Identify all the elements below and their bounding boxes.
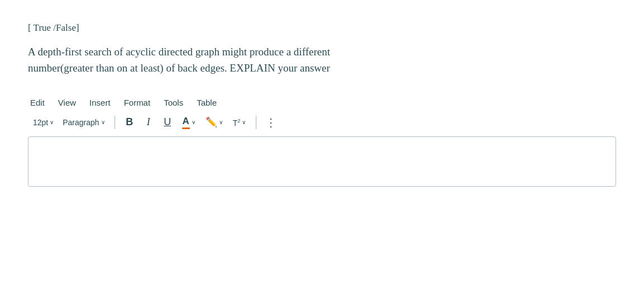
italic-icon: I xyxy=(147,116,150,128)
font-color-icon: A xyxy=(182,116,190,129)
toolbar-divider-2 xyxy=(256,116,256,129)
menu-edit[interactable]: Edit xyxy=(30,97,45,108)
underline-button[interactable]: U xyxy=(160,115,175,130)
font-color-chevron-icon: ∨ xyxy=(192,119,195,125)
question-text-line2: number(greater than on at least) of back… xyxy=(28,62,330,74)
bold-button[interactable]: B xyxy=(122,115,137,130)
menu-insert[interactable]: Insert xyxy=(89,97,111,108)
toolbar-divider-1 xyxy=(115,116,115,129)
paragraph-chevron-icon: ∨ xyxy=(101,119,105,125)
font-color-group[interactable]: A ∨ xyxy=(179,114,199,131)
highlight-group[interactable]: ✏️ ∨ xyxy=(202,115,226,130)
question-label: [ True /False] xyxy=(28,22,616,34)
superscript-chevron-icon: ∨ xyxy=(242,119,246,125)
font-size-value: 12pt xyxy=(33,118,48,127)
question-text: A depth-first search of acyclic directed… xyxy=(28,44,616,77)
paragraph-selector[interactable]: Paragraph ∨ xyxy=(60,116,107,129)
italic-button[interactable]: I xyxy=(141,115,156,130)
menu-format[interactable]: Format xyxy=(124,97,151,108)
more-options-button[interactable]: ⋮ xyxy=(263,116,279,129)
font-size-selector[interactable]: 12pt ∨ xyxy=(30,116,56,129)
question-text-line1: A depth-first search of acyclic directed… xyxy=(28,46,330,58)
underline-icon: U xyxy=(164,116,171,128)
bold-icon: B xyxy=(126,116,133,128)
menu-tools[interactable]: Tools xyxy=(164,97,183,108)
menu-view[interactable]: View xyxy=(58,97,76,108)
paragraph-value: Paragraph xyxy=(63,118,99,127)
editor-toolbar: 12pt ∨ Paragraph ∨ B I U A ∨ ✏️ ∨ T2 ∨ xyxy=(28,114,616,131)
font-size-chevron-icon: ∨ xyxy=(50,119,54,125)
editor-area[interactable] xyxy=(28,136,616,187)
highlight-chevron-icon: ∨ xyxy=(219,119,223,125)
menu-table[interactable]: Table xyxy=(197,97,217,108)
superscript-group[interactable]: T2 ∨ xyxy=(230,116,250,129)
more-options-icon: ⋮ xyxy=(265,116,277,129)
highlight-pencil-icon: ✏️ xyxy=(206,116,217,128)
editor-menubar: Edit View Insert Format Tools Table xyxy=(28,97,616,108)
superscript-icon: T2 xyxy=(233,118,241,127)
